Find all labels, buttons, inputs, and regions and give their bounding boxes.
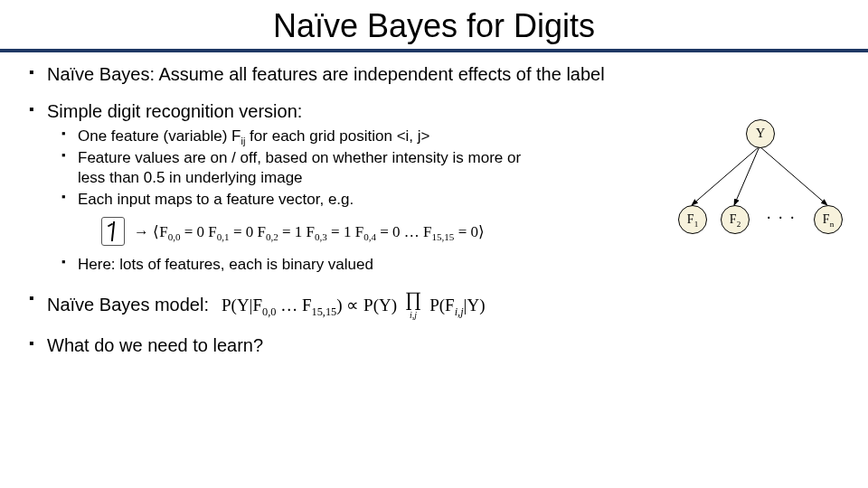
fv-r5: = 0 … F [376,223,432,240]
slide: Naïve Bayes for Digits Naïve Bayes: Assu… [0,0,868,488]
nbf-lhs3: ) ∝ P(Y) [336,296,397,314]
fv-r2: = 0 F [230,223,266,240]
sub-bullet-2: Feature values are on / off, based on wh… [60,148,548,188]
formula-text: → ⟨F0,0 = 0 F0,1 = 0 F0,2 = 1 F0,3 = 1 F… [134,222,485,241]
svg-line-2 [760,146,827,205]
nbf-lhs-sub2: 15,15 [312,305,337,317]
nbf-lhs2: … F [276,296,311,314]
node-fn: Fn [814,205,843,234]
slide-title: Naïve Bayes for Digits [0,0,868,45]
fv-arrow: → ⟨F [134,223,168,240]
bullet-main-3-text: Naïve Bayes model: [47,294,209,316]
fv-r4: = 1 F [327,223,363,240]
sub-bullet-4: Here: lots of features, each is binary v… [60,255,841,275]
product-symbol: ∏ i,j [405,289,421,320]
nbf-lhs-sub1: 0,0 [262,305,276,317]
node-y: Y [746,119,775,148]
fv-r6: = 0⟩ [454,223,485,240]
bullet-main-4: What do we need to learn? [27,334,841,357]
node-fn-text: F [823,212,830,226]
digit-one-icon [101,217,125,246]
nbf-rhs-sub: i,j [455,305,464,317]
nbf-rhs2: |Y) [464,296,486,314]
node-f1-text: F [687,212,694,226]
fv-r3: = 1 F [278,223,315,240]
nbf-rhs: P(F [429,296,454,314]
prod-glyph: ∏ [405,289,421,309]
node-dots: · · · [767,209,797,228]
bullet-main-2-text: Simple digit recognition version: [47,101,302,121]
sub1-a: One feature (variable) F [78,127,241,145]
fv-idx01: 0,1 [217,231,230,242]
sub1-b: for each grid position <i, j> [245,127,429,145]
fv-idx03: 0,3 [315,231,327,242]
node-fn-sub: n [830,220,835,229]
nb-model-formula: P(Y|F0,0 … F15,15) ∝ P(Y) ∏ i,j P(Fi,j|Y… [222,289,485,320]
svg-line-0 [692,146,760,205]
node-f2: F2 [721,205,750,234]
nbf-lhs: P(Y|F [222,296,262,314]
node-f1-sub: 1 [694,220,699,229]
node-f2-text: F [730,212,737,226]
bullet-main-1: Naïve Bayes: Assume all features are ind… [27,63,841,86]
bayes-net-diagram: Y F1 F2 · · · Fn [669,119,850,246]
fv-idx04: 0,4 [363,231,376,242]
fv-r1: = 0 F [181,223,217,240]
fv-idx00: 0,0 [168,231,181,242]
bullet-main-3: Naïve Bayes model: P(Y|F0,0 … F15,15) ∝ … [27,289,841,320]
fv-idx1515: 15,15 [432,231,455,242]
fv-idx02: 0,2 [266,231,278,242]
node-f1: F1 [678,205,707,234]
prod-sub: i,j [410,311,417,320]
svg-line-1 [734,146,760,205]
node-f2-sub: 2 [737,220,741,229]
